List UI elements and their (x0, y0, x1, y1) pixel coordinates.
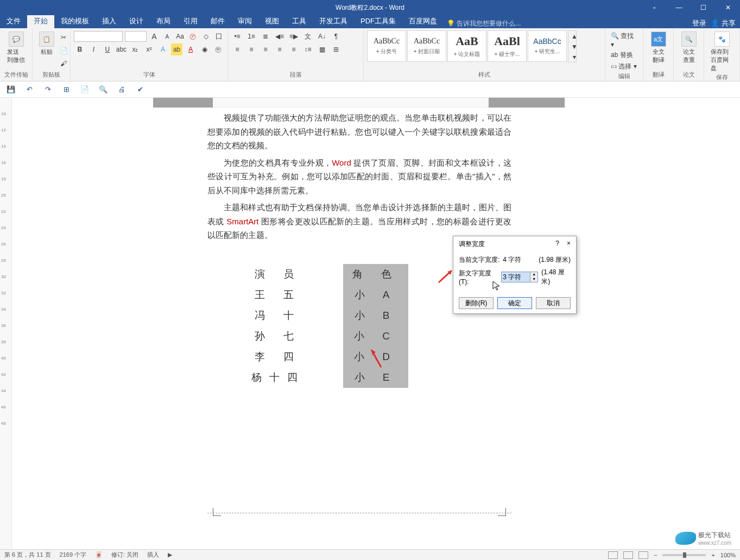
tab-design[interactable]: 设计 (123, 14, 150, 28)
style-item[interactable]: AaBl+ 硕士学... (488, 30, 527, 62)
font-size-select[interactable] (125, 31, 147, 42)
font-color-button[interactable]: A (185, 43, 197, 55)
spinner-up[interactable]: ▲ (530, 272, 537, 277)
login-link[interactable]: 登录 (692, 18, 706, 28)
tab-baidu[interactable]: 百度网盘 (402, 14, 444, 28)
tab-developer[interactable]: 开发工具 (313, 14, 354, 28)
enclose-char-button[interactable]: ㊥ (212, 43, 224, 55)
send-wechat-button[interactable]: 💬发送 到微信 (3, 30, 29, 65)
maximize-icon[interactable]: ☐ (691, 0, 716, 15)
tab-tools[interactable]: 工具 (286, 14, 313, 28)
tab-layout[interactable]: 布局 (150, 14, 177, 28)
zoom-slider[interactable] (662, 554, 706, 556)
borders-button[interactable]: ⊞ (330, 43, 342, 55)
cut-button[interactable]: ✂ (58, 32, 69, 43)
tab-mytemplate[interactable]: 我的模板 (54, 14, 96, 28)
paste-button[interactable]: 📋粘贴 (36, 30, 58, 70)
increase-indent-button[interactable]: ≡▶ (288, 30, 300, 42)
horizontal-ruler[interactable] (153, 98, 566, 108)
web-layout-button[interactable] (638, 551, 648, 559)
print-button[interactable]: 🖨 (116, 84, 127, 95)
styles-scroll-down[interactable]: ▼ (568, 41, 580, 52)
dialog-close-button[interactable]: × (567, 240, 571, 249)
numbering-button[interactable]: 1≡ (245, 30, 257, 42)
find-button[interactable]: 🔍 查找 ▾ (611, 32, 637, 48)
char-shading-button[interactable]: ◉ (199, 43, 211, 55)
styles-gallery[interactable]: AaBbCc+ 分类号 AaBbCc+ 封面日期 AaB+ 论文标题 AaBl+… (367, 30, 602, 62)
select-button[interactable]: ▭ 选择 ▾ (611, 62, 637, 71)
shrink-font-button[interactable]: A (162, 30, 173, 42)
delete-button[interactable]: 删除(R) (459, 297, 494, 309)
redo-button[interactable]: ↷ (42, 84, 53, 95)
touch-mode-button[interactable]: ⊞ (61, 84, 72, 95)
styles-expand[interactable]: ▾ (568, 52, 580, 62)
track-changes-status[interactable]: 修订: 关闭 (111, 551, 138, 559)
zoom-out-button[interactable]: − (654, 552, 657, 558)
macro-indicator[interactable]: ▶ (168, 551, 172, 558)
minimize-icon[interactable]: — (667, 0, 691, 15)
tell-me-input[interactable]: 💡 告诉我您想要做什么... (444, 19, 524, 28)
page-count[interactable]: 第 6 页，共 11 页 (4, 551, 51, 559)
tab-pdf[interactable]: PDF工具集 (354, 14, 402, 28)
style-item[interactable]: AaB+ 论文标题 (447, 30, 486, 62)
char-border-button[interactable]: 囗 (213, 30, 224, 42)
grow-font-button[interactable]: A (149, 30, 160, 42)
spinner-down[interactable]: ▼ (530, 277, 537, 282)
show-marks-button[interactable]: ¶ (330, 30, 342, 42)
tab-review[interactable]: 审阅 (231, 14, 258, 28)
line-spacing-button[interactable]: ↕≡ (302, 43, 314, 55)
replace-button[interactable]: ab 替换 (611, 51, 637, 60)
zoom-in-button[interactable]: + (711, 552, 714, 558)
zoom-level[interactable]: 100% (720, 552, 736, 558)
highlight-button[interactable]: ab (171, 43, 183, 55)
document-area[interactable]: 视频提供了功能强大的方法帮助您证明您的观点。当您单击联机视频时，可以在想要添加的… (12, 108, 740, 549)
undo-button[interactable]: ↶ (24, 84, 35, 95)
tab-mailings[interactable]: 邮件 (204, 14, 231, 28)
multilevel-button[interactable]: ≣ (260, 30, 271, 42)
ribbon-options-icon[interactable]: ▫ (642, 0, 667, 15)
strike-button[interactable]: abc (116, 43, 128, 55)
insert-mode[interactable]: 插入 (147, 551, 159, 559)
close-icon[interactable]: ✕ (716, 0, 740, 15)
sort-button[interactable]: A↓ (316, 30, 328, 42)
word-count[interactable]: 2169 个字 (60, 551, 87, 559)
print-layout-button[interactable] (623, 551, 633, 559)
bullets-button[interactable]: •≡ (231, 30, 243, 42)
bold-button[interactable]: B (74, 43, 86, 55)
tab-home[interactable]: 开始 (27, 14, 54, 28)
style-item[interactable]: AaBbCc+ 封面日期 (407, 30, 446, 62)
new-width-input[interactable] (502, 272, 530, 282)
change-case-button[interactable]: Aa (175, 30, 186, 42)
italic-button[interactable]: I (88, 43, 100, 55)
justify-button[interactable]: ≡ (274, 43, 286, 55)
ok-button[interactable]: 确定 (497, 297, 532, 309)
distribute-button[interactable]: ≡ (288, 43, 300, 55)
language-indicator[interactable]: 🀄 (95, 551, 103, 558)
dialog-help-button[interactable]: ? (555, 240, 559, 249)
print-preview-button[interactable]: 🔍 (98, 84, 109, 95)
style-item[interactable]: AaBbCc+ 分类号 (367, 30, 406, 62)
format-painter-button[interactable]: 🖌 (58, 58, 69, 70)
subscript-button[interactable]: x₂ (129, 43, 141, 55)
align-right-button[interactable]: ≡ (260, 43, 271, 55)
save-baidu-button[interactable]: 🐾保存到 百度网盘 (707, 30, 736, 73)
tab-insert[interactable]: 插入 (96, 14, 123, 28)
align-left-button[interactable]: ≡ (231, 43, 243, 55)
phonetic-guide-button[interactable]: ㋐ (187, 30, 198, 42)
copy-button[interactable]: 📄 (58, 45, 69, 56)
underline-button[interactable]: U (102, 43, 113, 55)
tab-references[interactable]: 引用 (177, 14, 204, 28)
decrease-indent-button[interactable]: ◀≡ (274, 30, 286, 42)
text-direction-button[interactable]: 文 (302, 30, 314, 42)
font-family-select[interactable] (74, 31, 123, 42)
align-center-button[interactable]: ≡ (245, 43, 257, 55)
styles-scroll-up[interactable]: ▲ (568, 31, 580, 41)
style-item[interactable]: AaBbCc+ 研究生... (528, 30, 567, 62)
share-button[interactable]: 👤 共享 (711, 18, 736, 28)
superscript-button[interactable]: x² (143, 43, 155, 55)
thesis-check-button[interactable]: 🔍论文 查重 (677, 30, 700, 65)
read-mode-button[interactable] (608, 551, 618, 559)
shading-button[interactable]: ▦ (316, 43, 328, 55)
tab-file[interactable]: 文件 (0, 14, 27, 28)
vertical-ruler[interactable]: 1012 1416 1820 2224 2628 3032 3436 3840 … (0, 98, 12, 549)
